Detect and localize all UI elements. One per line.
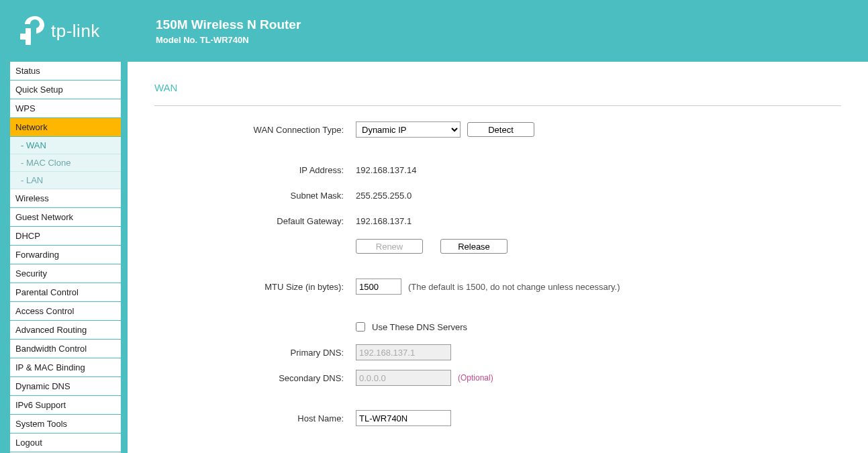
sidebar-left-strip: [0, 62, 10, 453]
sidebar-sub-mac-clone[interactable]: - MAC Clone: [10, 154, 121, 172]
input-secondary-dns[interactable]: [356, 370, 451, 386]
sidebar-item-security[interactable]: Security: [10, 264, 121, 283]
sidebar-item-wireless[interactable]: Wireless: [10, 189, 121, 208]
label-ip-address: IP Address:: [154, 165, 356, 175]
label-primary-dns: Primary DNS:: [154, 348, 356, 358]
label-host-name: Host Name:: [154, 413, 356, 423]
sidebar-item-network[interactable]: Network: [10, 118, 121, 137]
renew-button[interactable]: Renew: [356, 239, 423, 254]
sidebar-right-strip: [121, 62, 128, 453]
input-host-name[interactable]: [356, 410, 451, 426]
sidebar-sub-wan[interactable]: - WAN: [10, 137, 121, 154]
sidebar-item-logout[interactable]: Logout: [10, 434, 121, 452]
content-panel: WAN WAN Connection Type: Dynamic IP Dete…: [128, 62, 868, 453]
sidebar-item-wps[interactable]: WPS: [10, 99, 121, 118]
detect-button[interactable]: Detect: [467, 122, 534, 137]
label-default-gateway: Default Gateway:: [154, 216, 356, 226]
sidebar-item-parental-control[interactable]: Parental Control: [10, 283, 121, 302]
brand-logo: tp-link: [19, 16, 146, 46]
product-model: Model No. TL-WR740N: [156, 35, 301, 45]
page-title: WAN: [154, 82, 841, 93]
sidebar-item-guest-network[interactable]: Guest Network: [10, 208, 121, 227]
sidebar-item-system-tools[interactable]: System Tools: [10, 415, 121, 434]
label-mtu-size: MTU Size (in bytes):: [154, 282, 356, 292]
release-button[interactable]: Release: [440, 239, 508, 254]
sidebar-item-advanced-routing[interactable]: Advanced Routing: [10, 321, 121, 340]
sidebar-item-quick-setup[interactable]: Quick Setup: [10, 81, 121, 99]
hint-optional: (Optional): [458, 373, 493, 383]
checkbox-use-dns[interactable]: [356, 322, 365, 332]
brand-name: tp-link: [51, 21, 100, 42]
sidebar-sub-lan[interactable]: - LAN: [10, 172, 121, 189]
app-header: tp-link 150M Wireless N Router Model No.…: [0, 0, 868, 62]
sidebar-item-access-control[interactable]: Access Control: [10, 302, 121, 321]
label-use-dns: Use These DNS Servers: [372, 322, 467, 332]
product-title: 150M Wireless N Router: [156, 17, 301, 32]
divider: [154, 105, 841, 106]
sidebar-nav: Status Quick Setup WPS Network - WAN - M…: [10, 62, 121, 453]
svg-rect-1: [26, 28, 31, 45]
sidebar-item-dhcp[interactable]: DHCP: [10, 227, 121, 246]
sidebar-item-forwarding[interactable]: Forwarding: [10, 246, 121, 264]
value-ip-address: 192.168.137.14: [356, 165, 416, 175]
tplink-logo-icon: [19, 16, 46, 46]
value-subnet-mask: 255.255.255.0: [356, 191, 412, 201]
sidebar-item-bandwidth-control[interactable]: Bandwidth Control: [10, 340, 121, 358]
sidebar-item-ip-mac-binding[interactable]: IP & MAC Binding: [10, 358, 121, 377]
value-default-gateway: 192.168.137.1: [356, 216, 412, 226]
label-wan-connection-type: WAN Connection Type:: [154, 125, 356, 135]
sidebar-item-dynamic-dns[interactable]: Dynamic DNS: [10, 377, 121, 396]
select-wan-connection-type[interactable]: Dynamic IP: [356, 121, 461, 138]
sidebar-item-ipv6-support[interactable]: IPv6 Support: [10, 396, 121, 415]
input-primary-dns[interactable]: [356, 344, 451, 360]
label-secondary-dns: Secondary DNS:: [154, 373, 356, 383]
sidebar-item-status[interactable]: Status: [10, 62, 121, 81]
hint-mtu: (The default is 1500, do not change unle…: [408, 282, 620, 292]
input-mtu-size[interactable]: [356, 279, 401, 295]
label-subnet-mask: Subnet Mask:: [154, 191, 356, 201]
